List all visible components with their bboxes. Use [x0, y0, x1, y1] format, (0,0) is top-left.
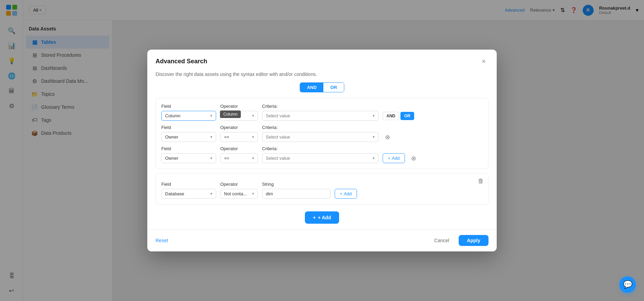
criteria-chevron-1-2: ▾ — [373, 135, 375, 139]
modal-footer: Reset Cancel Apply — [147, 229, 497, 251]
criteria-input-1-3[interactable] — [266, 156, 373, 161]
operator-value-2-1: Not conta... — [224, 191, 247, 196]
field-group-1-3: Field Owner ▾ — [161, 146, 216, 163]
remove-row-1-3[interactable]: ⊗ — [409, 154, 419, 163]
string-group-2-1: String — [262, 182, 331, 199]
criteria-label-1-1: Criteria: — [262, 104, 379, 109]
field-group-2-1: Field Database ▾ — [161, 182, 216, 199]
criteria-select-1-1[interactable]: ▾ — [262, 111, 379, 121]
add-block-button[interactable]: + + Add — [305, 211, 339, 224]
apply-button[interactable]: Apply — [459, 235, 488, 246]
reset-button[interactable]: Reset — [156, 238, 168, 243]
add-block-container: + + Add — [156, 209, 488, 224]
field-select-1-1[interactable]: Column ▾ Column — [161, 111, 216, 121]
add-row-icon-2: + — [340, 191, 343, 196]
field-value-1-2: Owner — [165, 134, 178, 140]
field-label-2-1: Field — [161, 182, 216, 187]
column-tooltip: Column — [220, 110, 241, 118]
criteria-input-1-2[interactable] — [266, 134, 373, 140]
condition-row-1-2: Field Owner ▾ Operator == ▾ — [161, 125, 483, 142]
condition-row-1-1: Field Column ▾ Column Operator == ▾ — [161, 104, 483, 121]
field-value-1-3: Owner — [165, 156, 178, 161]
field-group-1-1: Field Column ▾ Column — [161, 104, 216, 121]
criteria-chevron-1-1: ▾ — [373, 114, 375, 118]
criteria-select-1-2[interactable]: ▾ — [262, 132, 379, 142]
operator-group-1-2: Operator == ▾ — [220, 125, 258, 142]
add-row-label-1: Add — [392, 156, 400, 161]
row-and-btn-1-1[interactable]: AND — [383, 112, 399, 120]
add-block-icon: + — [313, 215, 316, 220]
field-chevron-1-1: ▾ — [210, 114, 212, 118]
add-block-label: + Add — [318, 215, 331, 220]
modal-overlay: Advanced Search × Discover the right dat… — [0, 0, 644, 301]
field-chevron-1-2: ▾ — [210, 135, 212, 139]
operator-label-1-1: Operator — [220, 104, 258, 109]
operator-chevron-1-3: ▾ — [252, 156, 254, 160]
criteria-group-1-3: Criteria: ▾ — [262, 146, 379, 163]
field-select-1-3[interactable]: Owner ▾ — [161, 153, 216, 163]
condition-row-1-3: Field Owner ▾ Operator == ▾ — [161, 146, 483, 163]
string-input-wrapper-2-1[interactable] — [262, 189, 331, 199]
field-label-1-3: Field — [161, 146, 216, 151]
add-row-icon-1: + — [388, 156, 391, 161]
criteria-select-1-3[interactable]: ▾ — [262, 153, 379, 163]
criteria-chevron-1-3: ▾ — [373, 156, 375, 160]
field-value-2-1: Database — [165, 191, 184, 196]
modal-header: Advanced Search × — [147, 50, 497, 71]
criteria-label-1-3: Criteria: — [262, 146, 379, 151]
modal-subtitle: Discover the right data assets using the… — [147, 71, 497, 82]
criteria-group-1-2: Criteria: ▾ — [262, 125, 379, 142]
field-label-1-1: Field — [161, 104, 216, 109]
operator-value-1-2: == — [224, 134, 229, 140]
field-value-1-1: Column — [165, 113, 181, 118]
global-or-btn[interactable]: OR — [323, 83, 344, 92]
global-and-btn[interactable]: AND — [300, 83, 323, 92]
operator-group-1-3: Operator == ▾ — [220, 146, 258, 163]
condition-block-2: 🗑 Field Database ▾ Operator Not conta... — [156, 173, 488, 205]
string-input-2-1[interactable] — [266, 191, 327, 196]
operator-value-1-3: == — [224, 156, 229, 161]
field-group-1-2: Field Owner ▾ — [161, 125, 216, 142]
add-row-btn-1[interactable]: + Add — [383, 153, 405, 163]
operator-select-1-3[interactable]: == ▾ — [220, 153, 258, 163]
advanced-search-modal: Advanced Search × Discover the right dat… — [147, 50, 497, 251]
chat-icon: 💬 — [623, 280, 632, 289]
criteria-group-1-1: Criteria: ▾ — [262, 104, 379, 121]
field-label-1-2: Field — [161, 125, 216, 130]
operator-select-2-1[interactable]: Not conta... ▾ — [220, 189, 258, 199]
delete-block-2[interactable]: 🗑 — [478, 178, 484, 185]
string-label-2-1: String — [262, 182, 331, 187]
operator-label-1-2: Operator — [220, 125, 258, 130]
criteria-input-1-1[interactable] — [266, 113, 373, 118]
row-or-btn-1-1[interactable]: OR — [400, 112, 414, 120]
remove-row-1-2[interactable]: ⊗ — [383, 132, 392, 142]
operator-chevron-1-1: ▾ — [252, 114, 254, 118]
operator-chevron-2-1: ▾ — [252, 192, 254, 196]
operator-label-1-3: Operator — [220, 146, 258, 151]
operator-group-2-1: Operator Not conta... ▾ — [220, 182, 258, 199]
field-select-1-2[interactable]: Owner ▾ — [161, 132, 216, 142]
condition-block-1: Field Column ▾ Column Operator == ▾ — [156, 98, 488, 169]
operator-chevron-1-2: ▾ — [252, 135, 254, 139]
field-chevron-1-3: ▾ — [210, 156, 212, 160]
toggle-group: AND OR — [300, 82, 344, 92]
modal-body: AND OR Field Column ▾ Column — [147, 82, 497, 229]
operator-label-2-1: Operator — [220, 182, 258, 187]
field-select-2-1[interactable]: Database ▾ — [161, 189, 216, 199]
row-toggle-1-1: AND OR — [383, 112, 414, 121]
add-row-btn-2[interactable]: + Add — [335, 189, 357, 199]
modal-title: Advanced Search — [156, 58, 207, 65]
chat-button[interactable]: 💬 — [619, 276, 636, 293]
footer-right: Cancel Apply — [429, 235, 488, 246]
field-chevron-2-1: ▾ — [210, 192, 212, 196]
criteria-label-1-2: Criteria: — [262, 125, 379, 130]
operator-select-1-2[interactable]: == ▾ — [220, 132, 258, 142]
global-condition-toggle: AND OR — [156, 82, 488, 92]
condition-row-2-1: Field Database ▾ Operator Not conta... ▾ — [161, 182, 483, 199]
add-row-label-2: Add — [344, 191, 352, 196]
modal-close-button[interactable]: × — [479, 56, 488, 66]
cancel-button[interactable]: Cancel — [429, 235, 455, 246]
